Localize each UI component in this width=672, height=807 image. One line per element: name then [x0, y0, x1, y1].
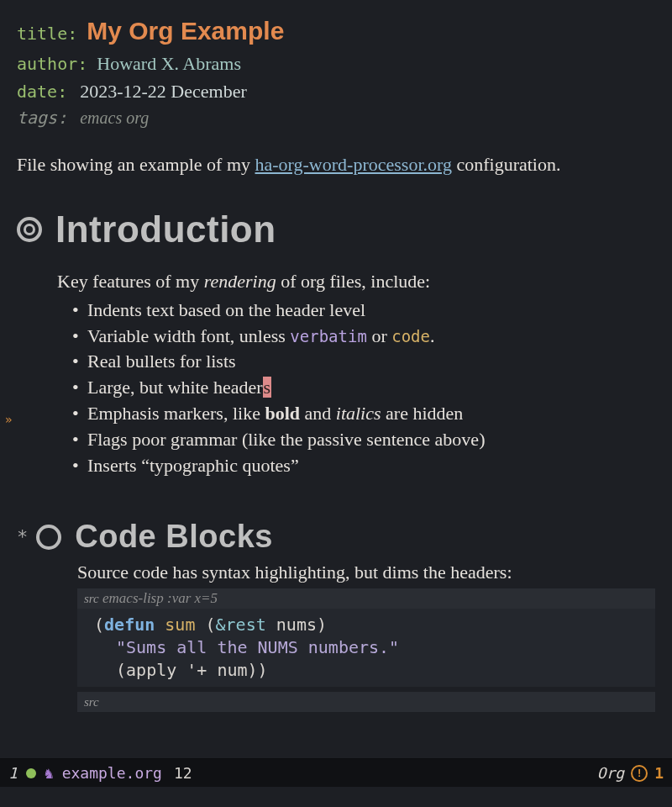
minibuffer[interactable] [0, 787, 672, 807]
list-item: Emphasis markers, like bold and italics … [72, 401, 655, 427]
src-block-body[interactable]: (defun sum (&rest nums) "Sums all the NU… [77, 609, 655, 687]
list-item: Flags poor grammar (like the passive sen… [72, 427, 655, 453]
src-block-header: src emacs-lisp :var x=5 [77, 588, 655, 609]
heading-bullet-icon [36, 525, 61, 550]
window-number: 1 [8, 764, 18, 782]
meta-tags-line: tags: emacs org [17, 105, 655, 130]
major-mode[interactable]: Org [597, 764, 625, 782]
modeline[interactable]: 1 ♞ example.org 12 Org ! 1 [0, 758, 672, 787]
editor-buffer[interactable]: title: My Org Example author: Howard X. … [0, 0, 672, 720]
code-token: code [391, 327, 430, 345]
list-item: Indents text based on the header level [72, 298, 655, 324]
intro-body: Key features of my rendering of org file… [57, 271, 655, 479]
document-tags: emacs org [80, 108, 149, 127]
modeline-right: Org ! 1 [597, 764, 664, 782]
document-date: 2023-12-22 December [80, 81, 247, 102]
heading-code-blocks-text: Code Blocks [75, 519, 273, 555]
warning-count: 1 [654, 764, 664, 782]
meta-author-line: author: Howard X. Abrams [17, 50, 655, 77]
line-number: 12 [174, 764, 192, 782]
buffer-filename[interactable]: example.org [62, 764, 162, 782]
src-block-footer: src [77, 692, 655, 712]
intro-paragraph: File showing an example of my ha-org-wor… [17, 152, 655, 178]
features-list: Indents text based on the header level V… [72, 298, 655, 479]
docstring: "Sums all the NUMS numbers." [116, 637, 399, 657]
meta-key-title: title: [17, 24, 77, 44]
buffer-status-icon [26, 768, 36, 778]
meta-key-tags: tags: [17, 108, 67, 128]
code-section-body: Source code has syntax highlighting, but… [77, 562, 655, 712]
heading-star: * [17, 526, 28, 547]
meta-title-line: title: My Org Example [17, 12, 655, 50]
meta-key-date: date: [17, 82, 67, 102]
intro-post: configuration. [452, 154, 561, 175]
fringe-indicator-icon: » [5, 413, 12, 426]
list-item: Variable width font, unless verbatim or … [72, 324, 655, 350]
src-header-args: emacs-lisp :var x=5 [99, 590, 218, 606]
document-author: Howard X. Abrams [97, 53, 241, 74]
heading-bullet-icon [17, 217, 42, 242]
list-item: Real bullets for lists [72, 349, 655, 375]
list-item: Large, but white headers [72, 375, 655, 401]
document-title: My Org Example [87, 17, 284, 45]
text-cursor: s [263, 377, 272, 398]
meta-date-line: date: 2023-12-22 December [17, 77, 655, 105]
code-caption: Source code has syntax highlighting, but… [77, 562, 655, 583]
heading-introduction[interactable]: Introduction [17, 208, 655, 251]
config-link[interactable]: ha-org-word-processor.org [255, 154, 452, 175]
heading-introduction-text: Introduction [55, 208, 276, 251]
verbatim-token: verbatim [290, 327, 367, 345]
warning-icon[interactable]: ! [631, 765, 648, 782]
intro-pre: File showing an example of my [17, 154, 255, 175]
src-keyword: src [84, 592, 99, 605]
heading-code-blocks[interactable]: * Code Blocks [17, 519, 655, 555]
src-keyword: src [84, 695, 99, 709]
features-lead: Key features of my rendering of org file… [57, 271, 655, 293]
logo-icon: ♞ [45, 764, 54, 782]
meta-key-author: author: [17, 54, 87, 74]
list-item: Inserts “typographic quotes” [72, 453, 655, 479]
modeline-left: 1 ♞ example.org 12 [8, 764, 192, 782]
